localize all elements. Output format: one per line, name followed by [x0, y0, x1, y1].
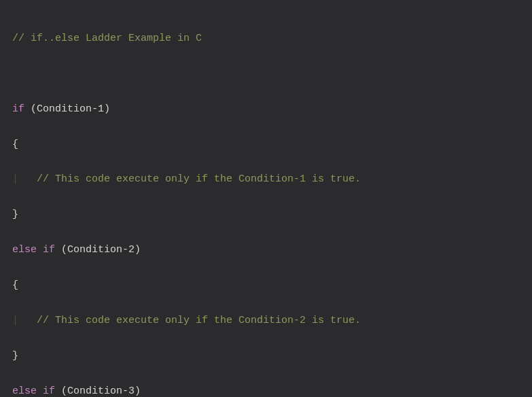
code-line: // if..else Ladder Example in C [12, 30, 520, 48]
comment-body-1: // This code execute only if the Conditi… [37, 173, 361, 185]
indent-guide: | [12, 315, 18, 326]
space [37, 244, 43, 256]
keyword-if: if [43, 385, 55, 397]
code-line: { [12, 277, 520, 294]
keyword-else: else [12, 385, 37, 397]
condition-2: (Condition-2) [55, 244, 141, 256]
close-brace: } [12, 209, 18, 220]
open-brace: { [12, 139, 18, 150]
close-brace: } [12, 350, 18, 362]
code-line: } [12, 347, 520, 365]
code-line: | // This code execute only if the Condi… [12, 312, 520, 330]
code-line: { [12, 136, 520, 154]
blank-line [12, 65, 520, 83]
space [37, 385, 43, 397]
indent [18, 173, 37, 185]
comment-header: // if..else Ladder Example in C [12, 33, 202, 44]
keyword-else: else [12, 244, 37, 256]
code-snippet: // if..else Ladder Example in C if (Cond… [12, 12, 520, 397]
comment-body-2: // This code execute only if the Conditi… [37, 315, 361, 326]
code-line: | // This code execute only if the Condi… [12, 171, 520, 188]
code-line: else if (Condition-3) [12, 383, 520, 397]
keyword-if: if [12, 103, 24, 115]
code-line: if (Condition-1) [12, 101, 520, 118]
code-line: else if (Condition-2) [12, 241, 520, 259]
indent [18, 315, 37, 326]
condition-1: (Condition-1) [24, 103, 110, 115]
keyword-if: if [43, 244, 55, 256]
code-line: } [12, 206, 520, 224]
condition-3: (Condition-3) [55, 385, 141, 397]
open-brace: { [12, 279, 18, 291]
indent-guide: | [12, 173, 18, 185]
